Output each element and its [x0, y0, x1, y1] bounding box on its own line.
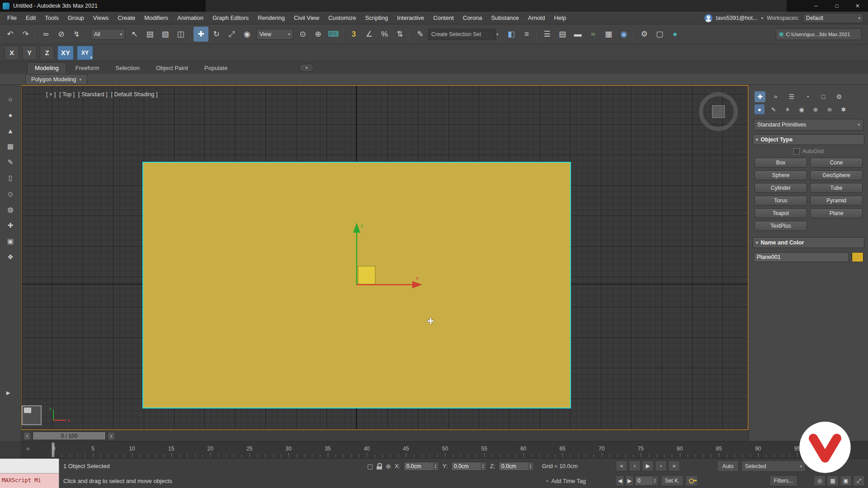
project-folder-box[interactable]: ▣ C:\Users\gus...3ds Max 2021	[776, 28, 862, 40]
object-type-button[interactable]: Teapot	[755, 208, 807, 218]
auto-key-button[interactable]: Auto	[717, 460, 739, 472]
play-button[interactable]: ▶	[642, 460, 654, 471]
key-mode-button[interactable]	[685, 475, 698, 486]
snap-3d-toggle-icon[interactable]: 3	[346, 27, 361, 42]
display-tab-icon[interactable]: □	[818, 91, 829, 102]
utilities-tab-icon[interactable]: ⚙	[834, 91, 844, 102]
edit-named-selection-sets-icon[interactable]: ✎	[413, 27, 428, 42]
polygon-modeling-panel[interactable]: Polygon Modeling ▾	[25, 74, 87, 84]
layer-explorer-icon[interactable]: ▤	[555, 27, 570, 42]
y-spinner[interactable]: ▴▾	[481, 463, 486, 470]
absolute-mode-icon[interactable]: ⊕	[386, 463, 391, 470]
helpers-category-icon[interactable]: ⊕	[811, 104, 821, 114]
select-and-move-icon[interactable]: ✚	[193, 27, 208, 42]
menu-item[interactable]: Interactive	[392, 12, 429, 24]
object-type-button[interactable]: TextPlus	[755, 221, 807, 231]
menu-item[interactable]: Scripting	[361, 12, 393, 24]
modify-tab-icon[interactable]: ≈	[770, 91, 781, 102]
geometry-category-icon[interactable]: ●	[755, 104, 764, 114]
viewport-label-segment[interactable]: [ Top ]	[59, 91, 75, 98]
unlink-selection-icon[interactable]: ⊘	[54, 27, 69, 42]
previous-key-button[interactable]: ◀	[616, 475, 624, 486]
mirror-icon[interactable]: ◧	[504, 27, 519, 42]
constrain-xy-button[interactable]: XY	[57, 46, 74, 60]
crosshair-tool-icon[interactable]: ✚	[4, 220, 17, 231]
object-type-button[interactable]: Torus	[755, 196, 807, 206]
time-slider-next-button[interactable]: ›	[108, 432, 115, 440]
ribbon-tab[interactable]: Selection	[108, 63, 147, 74]
render-setup-icon[interactable]: ⚙	[637, 27, 652, 42]
shapes-category-icon[interactable]: ✎	[769, 104, 778, 114]
menu-item[interactable]: Modifiers	[140, 12, 173, 24]
menu-item[interactable]: Civil View	[289, 12, 324, 24]
workspace-select[interactable]: Default ▾	[803, 13, 863, 23]
account-name[interactable]: tavo5391@hot...	[716, 15, 758, 21]
z-spinner[interactable]: ▴▾	[528, 463, 533, 470]
gizmo-xy-plane-handle[interactable]	[358, 266, 375, 284]
constrain-z-button[interactable]: Z	[40, 46, 54, 60]
spinner-snap-toggle-icon[interactable]: ⇅	[392, 27, 407, 42]
menu-item[interactable]: Substance	[486, 12, 523, 24]
hierarchy-tab-icon[interactable]: ☰	[786, 91, 797, 102]
rendered-frame-window-icon[interactable]: ▢	[652, 27, 667, 42]
zoom-extents-icon[interactable]: ▣	[840, 475, 852, 486]
object-type-button[interactable]: Cone	[810, 158, 863, 168]
viewcube-top-face[interactable]	[712, 105, 725, 118]
object-type-button[interactable]: Sphere	[755, 170, 807, 180]
schematic-view-icon[interactable]: ▦	[601, 27, 616, 42]
menu-item[interactable]: File	[3, 12, 21, 24]
time-slider[interactable]: ‹ 0 / 100 ›	[21, 430, 868, 441]
viewport-top[interactable]: [ + ][ Top ][ Standard ][ Default Shadin…	[21, 85, 749, 430]
menu-item[interactable]: Customize	[324, 12, 360, 24]
scene-explorer-icon[interactable]: ☰	[540, 27, 555, 42]
maxscript-listener-white[interactable]	[0, 459, 59, 474]
cameras-category-icon[interactable]: ◉	[797, 104, 807, 114]
screen-recorder-badge[interactable]	[798, 421, 852, 474]
select-and-scale-icon[interactable]: ⤢	[224, 27, 239, 42]
viewport-label-segment[interactable]: [ + ]	[46, 91, 56, 98]
key-filters-button[interactable]: Filters...	[769, 475, 797, 486]
x-coord-field[interactable]: 0.0cm ▴▾	[404, 462, 439, 471]
account-caret-icon[interactable]: ▾	[761, 16, 763, 20]
selection-lock-icon[interactable]	[377, 463, 382, 469]
select-and-rotate-icon[interactable]: ↻	[209, 27, 224, 42]
ribbon-config-icon[interactable]: ▾	[299, 64, 314, 72]
systems-category-icon[interactable]: ✱	[839, 104, 849, 114]
time-slider-prev-button[interactable]: ‹	[24, 432, 31, 440]
curve-editor-icon[interactable]: ≈	[586, 27, 601, 42]
camera-tool-icon[interactable]: ▣	[4, 235, 17, 247]
space-warps-category-icon[interactable]: ≋	[825, 104, 835, 114]
table-tool-icon[interactable]: ▦	[4, 141, 17, 152]
window-crossing-icon[interactable]: ◫	[173, 27, 188, 42]
menu-item[interactable]: Create	[113, 12, 140, 24]
gizmo-x-arrowhead[interactable]	[412, 281, 422, 288]
render-production-icon[interactable]: ●	[668, 27, 683, 42]
menu-item[interactable]: Tools	[40, 12, 63, 24]
next-key-button[interactable]: ▶	[625, 475, 634, 486]
menu-item[interactable]: Arnold	[524, 12, 550, 24]
selected-filter-dropdown[interactable]: Selected ▾	[741, 460, 806, 472]
zoom-all-icon[interactable]: ▦	[827, 475, 839, 486]
y-coord-field[interactable]: 0.0cm ▴▾	[451, 462, 486, 471]
menu-item[interactable]: Views	[89, 12, 113, 24]
viewport-layout-tab[interactable]	[22, 405, 42, 425]
next-frame-button[interactable]: ›	[655, 460, 667, 471]
object-type-button[interactable]: Pyramid	[810, 196, 863, 206]
viewport-label-segment[interactable]: [ Standard ]	[78, 91, 108, 98]
constrain-y-button[interactable]: Y	[22, 46, 37, 60]
sphere-shape-icon[interactable]: ●	[4, 109, 17, 121]
object-type-button[interactable]: Tube	[810, 183, 863, 193]
user-avatar[interactable]	[704, 14, 712, 22]
redo-icon[interactable]: ↷	[18, 27, 33, 42]
rectangular-selection-region-icon[interactable]: ▧	[158, 27, 173, 42]
object-type-button[interactable]: Plane	[810, 208, 863, 218]
motion-tab-icon[interactable]: ◔	[802, 91, 813, 102]
primitives-category-dropdown[interactable]: Standard Primitives ▾	[754, 119, 863, 131]
add-time-tag[interactable]: Add Time Tag	[551, 478, 585, 484]
bind-to-space-warp-icon[interactable]: ↯	[69, 27, 84, 42]
menu-item[interactable]: Graph Editors	[208, 12, 253, 24]
select-and-manipulate-icon[interactable]: ⊕	[311, 27, 326, 42]
x-spinner[interactable]: ▴▾	[433, 463, 438, 470]
snowflake-tool-icon[interactable]: ❖	[4, 251, 17, 263]
object-type-button[interactable]: Box	[755, 158, 807, 168]
